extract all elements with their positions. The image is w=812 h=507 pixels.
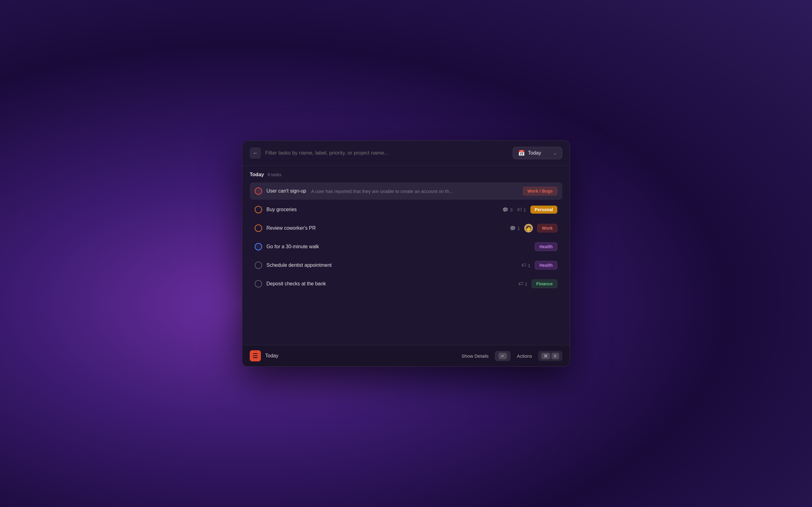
tag-count: 🏷 1 [518,281,527,287]
task-row[interactable]: Schedule dentist appointment 🏷 1 Health [250,257,562,274]
task-checkbox[interactable] [255,243,262,250]
task-row[interactable]: Deposit checks at the bank 🏷 1 Finance [250,275,562,292]
task-meta: 💬 1 🧑 Work [510,224,557,232]
date-selector[interactable]: 📅 Today ⌄ [513,147,562,159]
footer: ☰ Today Show Details ↵ Actions ⌘ K [242,345,570,367]
task-count: 6 tasks [268,172,281,177]
search-input[interactable] [265,150,508,156]
task-name: Deposit checks at the bank [266,281,326,287]
calendar-icon: 📅 [518,150,525,157]
section-header: Today 6 tasks [250,172,562,177]
task-name: Schedule dentist appointment [266,263,332,268]
tag-number: 1 [528,263,530,268]
task-checkbox[interactable] [255,206,262,213]
task-row[interactable]: Buy groceries 💬 3 🏷 1 Personal [250,201,562,218]
logo-icon: ☰ [253,352,258,359]
header: ← 📅 Today ⌄ [242,140,570,166]
back-button[interactable]: ← [250,148,261,159]
comment-icon: 💬 [510,225,516,231]
task-meta: 🏷 1 Health [521,261,557,270]
task-meta: 🏷 1 Finance [518,279,557,288]
enter-key: ↵ [499,353,507,359]
label-badge: Health [535,261,557,270]
avatar: 🧑 [524,224,533,232]
label-badge: Finance [531,279,557,288]
tag-icon: 🏷 [517,207,522,212]
task-checkbox[interactable] [255,187,262,195]
task-row[interactable]: Go for a 30-minute walk Health [250,238,562,256]
date-label: Today [528,150,541,156]
task-row[interactable]: Review coworker's PR 💬 1 🧑 Work [250,220,562,237]
footer-actions: Show Details ↵ Actions ⌘ K [459,351,562,361]
show-details-button[interactable]: Show Details [459,351,492,360]
task-checkbox[interactable] [255,262,262,269]
task-description: A user has reported that they are unable… [311,188,453,194]
subtask-count: 💬 3 [502,207,512,213]
cmd-key: ⌘ [541,353,550,359]
task-meta: Health [535,242,557,251]
task-name: Buy groceries [266,207,297,212]
app-logo: ☰ [250,350,261,361]
tag-count: 🏷 1 [521,263,530,268]
subtask-icon: 💬 [502,207,508,213]
actions-shortcut: ⌘ K [538,351,562,361]
enter-shortcut: ↵ [495,351,511,361]
app-window: ← 📅 Today ⌄ Today 6 tasks User can't sig… [242,140,570,367]
tag-icon: 🏷 [521,263,526,268]
tag-number: 1 [523,207,526,212]
label-badge: Personal [530,206,557,214]
comment-number: 1 [517,226,520,231]
task-meta: Work / Bugs [523,187,557,195]
actions-button[interactable]: Actions [514,351,535,360]
chevron-down-icon: ⌄ [553,151,557,156]
subtask-number: 3 [510,207,512,212]
task-checkbox[interactable] [255,280,262,287]
task-name: Go for a 30-minute walk [266,244,319,249]
tag-count: 🏷 1 [517,207,526,212]
label-badge: Work [537,224,557,232]
label-badge: Health [535,242,557,251]
comment-count: 💬 1 [510,225,520,231]
back-arrow-icon: ← [253,150,258,157]
task-name: Review coworker's PR [266,225,316,231]
tag-number: 1 [525,281,527,287]
task-name: User can't sign-up [266,188,306,194]
tag-icon: 🏷 [518,281,523,287]
k-key: K [551,353,559,359]
task-checkbox[interactable] [255,224,262,232]
task-row[interactable]: User can't sign-up A user has reported t… [250,182,562,200]
footer-title: Today [265,353,278,358]
task-area: Today 6 tasks User can't sign-up A user … [242,166,570,345]
section-title: Today [250,172,264,177]
label-badge: Work / Bugs [523,187,557,195]
task-meta: 💬 3 🏷 1 Personal [502,206,557,214]
